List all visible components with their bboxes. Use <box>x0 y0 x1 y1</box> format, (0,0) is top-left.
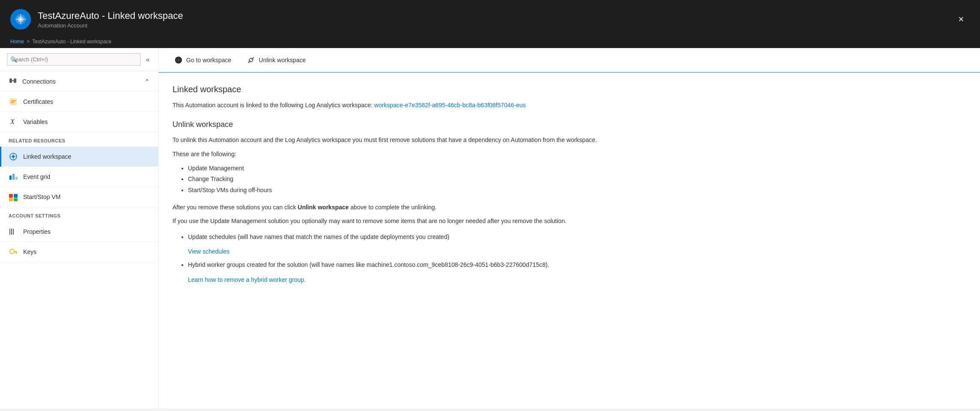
unlink-desc: To unlink this Automation account and th… <box>172 135 917 145</box>
linked-workspace-icon <box>9 152 18 161</box>
section1-title: Linked workspace <box>172 85 917 94</box>
sidebar-item-keys[interactable]: Keys <box>0 242 158 262</box>
sidebar-item-linked-workspace[interactable]: Linked workspace <box>0 147 158 167</box>
after-remove-text1: After you remove these solutions you can… <box>172 204 298 211</box>
sidebar-item-certificates[interactable]: Certificates <box>0 92 158 112</box>
list-item: Update Management <box>188 163 917 174</box>
certificates-label: Certificates <box>23 98 53 105</box>
title-bar: TestAzureAuto - Linked workspace Automat… <box>0 0 980 39</box>
svg-rect-21 <box>9 229 10 235</box>
sidebar: 🔍 « Connections ⌃ <box>0 48 159 408</box>
properties-icon <box>9 227 18 236</box>
sidebar-item-variables[interactable]: X Variables <box>0 112 158 132</box>
these-following: These are the following: <box>172 149 917 159</box>
intro-text: This Automation account is linked to the… <box>172 102 372 109</box>
svg-rect-23 <box>13 229 14 235</box>
after-remove-paragraph: After you remove these solutions you can… <box>172 202 917 212</box>
svg-rect-22 <box>11 229 12 235</box>
list-item: Hybrid worker groups created for the sol… <box>188 258 917 287</box>
properties-label: Properties <box>23 228 51 235</box>
go-to-workspace-label: Go to workspace <box>186 57 231 63</box>
main-layout: 🔍 « Connections ⌃ <box>0 48 980 408</box>
list-item: Change Tracking <box>188 174 917 184</box>
certificates-icon <box>9 97 18 106</box>
related-resources-header: RELATED RESOURCES <box>0 132 158 147</box>
if-use-update: If you use the Update Management solutio… <box>172 216 917 226</box>
event-grid-icon <box>9 172 18 181</box>
close-button[interactable]: × <box>953 11 970 28</box>
svg-rect-15 <box>12 174 15 180</box>
svg-rect-3 <box>9 79 12 83</box>
sidebar-item-properties[interactable]: Properties <box>0 222 158 242</box>
learn-how-link[interactable]: Learn how to remove a hybrid worker grou… <box>188 273 917 287</box>
connections-icon <box>9 76 17 86</box>
go-to-workspace-button[interactable]: Go to workspace <box>167 52 238 68</box>
breadcrumb-current: TestAzureAuto - Linked workspace <box>32 39 112 45</box>
bullet-list: Update Management Change Tracking Start/… <box>172 163 917 196</box>
content-body: Linked workspace This Automation account… <box>159 73 931 305</box>
unlink-workspace-button[interactable]: Unlink workspace <box>240 52 313 68</box>
sub-title: Automation Account <box>38 22 183 29</box>
event-grid-label: Event grid <box>23 173 50 180</box>
sidebar-item-start-stop-vm[interactable]: Start/Stop VM <box>0 187 158 207</box>
go-to-workspace-icon <box>174 56 183 64</box>
keys-icon <box>9 247 18 257</box>
svg-text:X: X <box>10 118 15 125</box>
intro-paragraph: This Automation account is linked to the… <box>172 100 917 110</box>
unlink-workspace-label: Unlink workspace <box>259 57 306 63</box>
breadcrumb-home[interactable]: Home <box>10 39 24 45</box>
svg-rect-20 <box>14 198 18 201</box>
content-area: Go to workspace Unlink workspace Lin <box>159 48 980 408</box>
svg-rect-26 <box>16 253 17 254</box>
svg-point-24 <box>10 249 14 254</box>
list-item: Update schedules (will have names that m… <box>188 230 917 259</box>
view-schedules-link[interactable]: View schedules <box>188 245 917 258</box>
svg-rect-7 <box>11 100 16 101</box>
svg-rect-8 <box>11 102 14 103</box>
breadcrumb: Home > TestAzureAuto - Linked workspace <box>0 39 980 48</box>
sub-bullet-text-2: Hybrid worker groups created for the sol… <box>188 261 549 268</box>
svg-rect-4 <box>14 79 16 83</box>
app-icon <box>10 9 31 30</box>
connections-label: Connections <box>22 78 56 85</box>
workspace-link[interactable]: workspace-e7e3582f-a695-46cb-bc8a-b63f08… <box>374 102 526 109</box>
account-settings-header: ACCOUNT SETTINGS <box>0 207 158 222</box>
svg-point-2 <box>19 18 22 21</box>
svg-rect-16 <box>15 177 18 180</box>
section2-title: Unlink workspace <box>172 120 917 129</box>
svg-rect-14 <box>9 175 12 180</box>
variables-label: Variables <box>23 118 48 125</box>
svg-rect-17 <box>9 194 13 198</box>
chevron-up-icon: ⌃ <box>145 78 150 85</box>
after-remove-text2: above to complete the unlinking. <box>349 204 437 211</box>
main-title: TestAzureAuto - Linked workspace <box>38 10 183 21</box>
collapse-button[interactable]: « <box>144 54 151 65</box>
svg-rect-6 <box>10 98 17 105</box>
svg-rect-25 <box>14 251 17 253</box>
linked-workspace-label: Linked workspace <box>23 153 71 160</box>
sub-bullet-list: Update schedules (will have names that m… <box>172 230 917 287</box>
search-wrapper: 🔍 <box>7 53 141 66</box>
sub-bullet-text-1: Update schedules (will have names that m… <box>188 233 449 240</box>
sidebar-item-event-grid[interactable]: Event grid <box>0 167 158 187</box>
title-text: TestAzureAuto - Linked workspace Automat… <box>38 10 183 29</box>
svg-rect-18 <box>14 194 18 198</box>
variables-icon: X <box>9 117 18 127</box>
after-remove-bold: Unlink workspace <box>298 204 349 211</box>
keys-label: Keys <box>23 248 36 255</box>
svg-rect-19 <box>9 198 13 201</box>
sidebar-item-connections[interactable]: Connections ⌃ <box>0 71 158 92</box>
search-bar: 🔍 « <box>0 48 158 71</box>
breadcrumb-separator: > <box>27 39 30 45</box>
start-stop-vm-icon <box>9 192 18 202</box>
unlink-workspace-icon <box>247 56 255 64</box>
svg-point-29 <box>178 59 179 61</box>
toolbar: Go to workspace Unlink workspace <box>159 48 980 73</box>
connections-left: Connections <box>9 76 56 86</box>
start-stop-vm-label: Start/Stop VM <box>23 193 60 200</box>
list-item: Start/Stop VMs during off-hours <box>188 185 917 196</box>
search-input[interactable] <box>7 53 141 66</box>
